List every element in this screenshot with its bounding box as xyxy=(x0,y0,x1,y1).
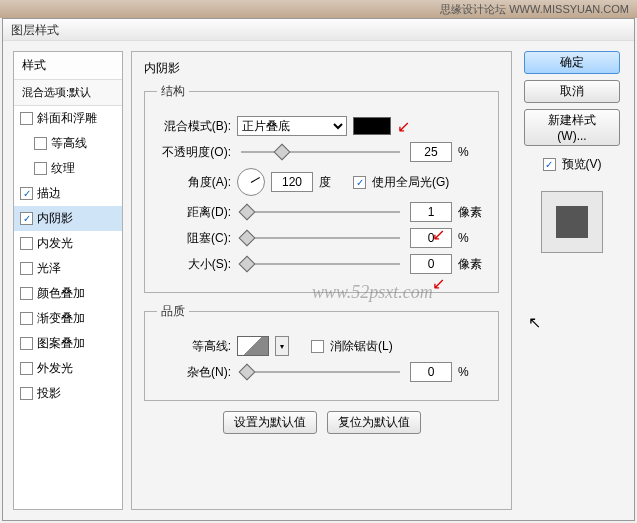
style-contour[interactable]: 等高线 xyxy=(14,131,122,156)
blend-options-default[interactable]: 混合选项:默认 xyxy=(14,80,122,106)
antialias-checkbox[interactable] xyxy=(311,340,324,353)
checkbox-drop-shadow[interactable] xyxy=(20,387,33,400)
style-label: 内发光 xyxy=(37,235,73,252)
checkbox-contour[interactable] xyxy=(34,137,47,150)
annotation-arrow-icon: ↙ xyxy=(397,117,410,136)
checkbox-inner-glow[interactable] xyxy=(20,237,33,250)
style-texture[interactable]: 纹理 xyxy=(14,156,122,181)
style-label: 纹理 xyxy=(51,160,75,177)
style-label: 等高线 xyxy=(51,135,87,152)
distance-label: 距离(D): xyxy=(157,204,231,221)
style-label: 斜面和浮雕 xyxy=(37,110,97,127)
checkbox-outer-glow[interactable] xyxy=(20,362,33,375)
preview-thumbnail xyxy=(556,206,588,238)
structure-legend: 结构 xyxy=(157,83,189,100)
cancel-button[interactable]: 取消 xyxy=(524,80,620,103)
opacity-input[interactable] xyxy=(410,142,452,162)
distance-slider[interactable] xyxy=(241,204,400,220)
checkbox-inner-shadow[interactable] xyxy=(20,212,33,225)
checkbox-pattern-overlay[interactable] xyxy=(20,337,33,350)
contour-picker[interactable] xyxy=(237,336,269,356)
angle-label: 角度(A): xyxy=(157,174,231,191)
contour-dropdown[interactable]: ▾ xyxy=(275,336,289,356)
main-panel: 内阴影 结构 混合模式(B): 正片叠底 ↙ 不透明度(O): % 角度(A): xyxy=(131,51,512,510)
size-slider[interactable] xyxy=(241,256,400,272)
dialog-title: 图层样式 xyxy=(3,19,634,41)
choke-unit: % xyxy=(458,231,486,245)
styles-header: 样式 xyxy=(14,52,122,80)
checkbox-gradient-overlay[interactable] xyxy=(20,312,33,325)
preview-box xyxy=(541,191,603,253)
reset-default-button[interactable]: 复位为默认值 xyxy=(327,411,421,434)
distance-unit: 像素 xyxy=(458,204,486,221)
styles-panel: 样式 混合选项:默认 斜面和浮雕 等高线 纹理 描边 内阴影 内发光 光泽 颜色… xyxy=(13,51,123,510)
choke-slider[interactable] xyxy=(241,230,400,246)
style-pattern-overlay[interactable]: 图案叠加 xyxy=(14,331,122,356)
checkbox-color-overlay[interactable] xyxy=(20,287,33,300)
checkbox-stroke[interactable] xyxy=(20,187,33,200)
choke-input[interactable] xyxy=(410,228,452,248)
ok-button[interactable]: 确定 xyxy=(524,51,620,74)
checkbox-bevel[interactable] xyxy=(20,112,33,125)
style-color-overlay[interactable]: 颜色叠加 xyxy=(14,281,122,306)
color-swatch[interactable] xyxy=(353,117,391,135)
style-label: 描边 xyxy=(37,185,61,202)
size-input[interactable] xyxy=(410,254,452,274)
checkbox-satin[interactable] xyxy=(20,262,33,275)
style-drop-shadow[interactable]: 投影 xyxy=(14,381,122,406)
preview-checkbox[interactable] xyxy=(543,158,556,171)
banner: 思缘设计论坛 WWW.MISSYUAN.COM xyxy=(0,0,637,18)
panel-title: 内阴影 xyxy=(144,60,499,77)
noise-slider[interactable] xyxy=(241,364,400,380)
style-stroke[interactable]: 描边 xyxy=(14,181,122,206)
style-label: 外发光 xyxy=(37,360,73,377)
new-style-button[interactable]: 新建样式(W)... xyxy=(524,109,620,146)
distance-input[interactable] xyxy=(410,202,452,222)
style-satin[interactable]: 光泽 xyxy=(14,256,122,281)
noise-unit: % xyxy=(458,365,486,379)
style-label: 投影 xyxy=(37,385,61,402)
style-label: 内阴影 xyxy=(37,210,73,227)
opacity-slider[interactable] xyxy=(241,144,400,160)
style-label: 颜色叠加 xyxy=(37,285,85,302)
choke-label: 阻塞(C): xyxy=(157,230,231,247)
angle-dial[interactable] xyxy=(237,168,265,196)
quality-group: 品质 等高线: ▾ 消除锯齿(L) 杂色(N): % xyxy=(144,303,499,401)
quality-legend: 品质 xyxy=(157,303,189,320)
preview-label: 预览(V) xyxy=(562,156,602,173)
angle-unit: 度 xyxy=(319,174,347,191)
contour-label: 等高线: xyxy=(157,338,231,355)
style-bevel[interactable]: 斜面和浮雕 xyxy=(14,106,122,131)
blend-mode-label: 混合模式(B): xyxy=(157,118,231,135)
style-gradient-overlay[interactable]: 渐变叠加 xyxy=(14,306,122,331)
style-label: 图案叠加 xyxy=(37,335,85,352)
style-label: 渐变叠加 xyxy=(37,310,85,327)
noise-label: 杂色(N): xyxy=(157,364,231,381)
size-label: 大小(S): xyxy=(157,256,231,273)
size-unit: 像素 xyxy=(458,256,486,273)
layer-style-dialog: 图层样式 样式 混合选项:默认 斜面和浮雕 等高线 纹理 描边 内阴影 内发光 … xyxy=(2,18,635,521)
blend-mode-select[interactable]: 正片叠底 xyxy=(237,116,347,136)
side-panel: 确定 取消 新建样式(W)... 预览(V) xyxy=(520,51,624,510)
structure-group: 结构 混合模式(B): 正片叠底 ↙ 不透明度(O): % 角度(A): xyxy=(144,83,499,293)
set-default-button[interactable]: 设置为默认值 xyxy=(223,411,317,434)
style-inner-glow[interactable]: 内发光 xyxy=(14,231,122,256)
global-light-label: 使用全局光(G) xyxy=(372,174,449,191)
opacity-label: 不透明度(O): xyxy=(157,144,231,161)
style-inner-shadow[interactable]: 内阴影 xyxy=(14,206,122,231)
opacity-unit: % xyxy=(458,145,486,159)
antialias-label: 消除锯齿(L) xyxy=(330,338,393,355)
style-outer-glow[interactable]: 外发光 xyxy=(14,356,122,381)
noise-input[interactable] xyxy=(410,362,452,382)
style-label: 光泽 xyxy=(37,260,61,277)
checkbox-texture[interactable] xyxy=(34,162,47,175)
angle-input[interactable] xyxy=(271,172,313,192)
global-light-checkbox[interactable] xyxy=(353,176,366,189)
